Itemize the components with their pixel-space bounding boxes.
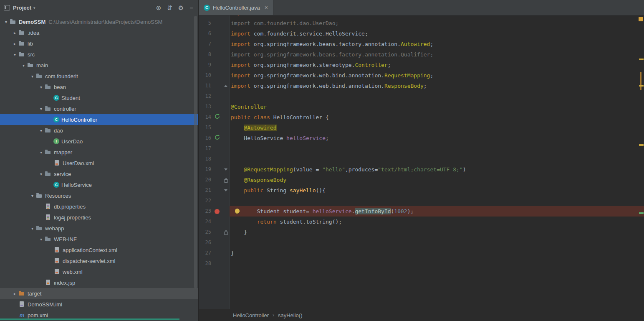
- code-line-19[interactable]: 19 @RequestMapping(value = "hello",produ…: [199, 164, 644, 175]
- tree-expand-arrow-icon[interactable]: ▾: [38, 107, 45, 111]
- gutter[interactable]: 13: [199, 102, 230, 112]
- tree-expand-arrow-icon[interactable]: ▾: [20, 63, 27, 68]
- gutter[interactable]: 7: [199, 39, 230, 49]
- gutter[interactable]: 10: [199, 70, 230, 81]
- gutter[interactable]: 11: [199, 81, 230, 91]
- tree-item-userdao-xml[interactable]: UserDao.xml: [0, 158, 198, 168]
- code-line-26[interactable]: 26: [199, 237, 644, 248]
- hide-panel-button-icon[interactable]: −: [189, 5, 193, 11]
- tree-item-index-jsp[interactable]: index.jsp: [0, 277, 198, 288]
- gutter[interactable]: 8: [199, 49, 230, 60]
- code-line-12[interactable]: 12: [199, 91, 644, 102]
- tree-item-demossm[interactable]: ▾DemoSSMC:\Users\Administrator\IdeaProje…: [0, 16, 198, 27]
- code-line-9[interactable]: 9import org.springframework.stereotype.C…: [199, 60, 644, 70]
- code-line-14[interactable]: 14public class HelloController {: [199, 112, 644, 122]
- line-number[interactable]: 8: [199, 49, 212, 60]
- fold-marker-icon[interactable]: [224, 189, 227, 191]
- breadcrumb-class[interactable]: HelloController: [233, 312, 269, 318]
- code-line-7[interactable]: 7import org.springframework.beans.factor…: [199, 39, 644, 49]
- tree-item-src[interactable]: ▾src: [0, 49, 198, 60]
- gutter[interactable]: 26: [199, 237, 230, 248]
- line-number[interactable]: 14: [199, 112, 212, 122]
- line-number[interactable]: 12: [199, 91, 212, 102]
- fold-marker-icon[interactable]: [224, 85, 227, 87]
- gutter[interactable]: 18: [199, 154, 230, 164]
- gutter[interactable]: 6: [199, 28, 230, 39]
- tree-item-mapper[interactable]: ▾mapper: [0, 147, 198, 158]
- line-number[interactable]: 10: [199, 70, 212, 81]
- gutter[interactable]: 21: [199, 185, 230, 196]
- intention-bulb-icon[interactable]: [235, 209, 240, 213]
- code-line-22[interactable]: 22: [199, 196, 644, 206]
- line-number[interactable]: 22: [199, 196, 212, 206]
- tree-item-log4j-properties[interactable]: log4j.properties: [0, 212, 198, 223]
- code-line-16[interactable]: 16 HelloService helloService;: [199, 133, 644, 143]
- line-number[interactable]: 19: [199, 164, 212, 175]
- line-number[interactable]: 15: [199, 122, 212, 133]
- tree-expand-arrow-icon[interactable]: ▸: [11, 291, 18, 296]
- code-line-8[interactable]: 8import org.springframework.beans.factor…: [199, 49, 644, 60]
- code-line-28[interactable]: 28: [199, 258, 644, 269]
- breakpoint-icon[interactable]: [215, 209, 220, 214]
- line-number[interactable]: 5: [199, 18, 212, 28]
- gutter[interactable]: 27: [199, 248, 230, 258]
- tree-item-student[interactable]: CStudent: [0, 92, 198, 103]
- spring-bean-icon[interactable]: [215, 133, 220, 143]
- code-line-25[interactable]: 25 }: [199, 227, 644, 237]
- tree-item-web-inf[interactable]: ▾WEB-INF: [0, 234, 198, 245]
- fold-marker-icon[interactable]: [224, 179, 228, 183]
- tree-expand-arrow-icon[interactable]: ▾: [38, 128, 45, 133]
- tree-expand-arrow-icon[interactable]: ▾: [29, 74, 36, 79]
- tree-item-main[interactable]: ▾main: [0, 60, 198, 71]
- line-number[interactable]: 26: [199, 237, 212, 248]
- chevron-down-icon[interactable]: ▾: [33, 6, 35, 10]
- code-line-23[interactable]: 23 Student student= helloService.getInfo…: [199, 206, 644, 217]
- tree-item-web-xml[interactable]: web.xml: [0, 266, 198, 277]
- code-line-20[interactable]: 20 @ResponseBody: [199, 175, 644, 185]
- stripe-mark[interactable]: [639, 59, 644, 60]
- tree-item-controller[interactable]: ▾controller: [0, 103, 198, 114]
- tree-item-hellocontroller[interactable]: CHelloController: [0, 114, 198, 125]
- line-number[interactable]: 11: [199, 81, 212, 91]
- tree-item-service[interactable]: ▾service: [0, 168, 198, 179]
- fold-marker-icon[interactable]: [224, 168, 227, 171]
- spring-bean-icon[interactable]: [215, 112, 220, 122]
- line-number[interactable]: 7: [199, 39, 212, 49]
- fold-marker-icon[interactable]: [224, 232, 228, 235]
- stripe-mark[interactable]: [640, 72, 641, 90]
- gutter[interactable]: 15: [199, 122, 230, 133]
- gutter[interactable]: 19: [199, 164, 230, 175]
- line-number[interactable]: 27: [199, 248, 212, 258]
- line-number[interactable]: 20: [199, 175, 212, 185]
- panel-title[interactable]: Project: [13, 5, 31, 11]
- tree-item-webapp[interactable]: ▾webapp: [0, 223, 198, 234]
- code-line-18[interactable]: 18: [199, 154, 644, 164]
- line-number[interactable]: 23: [199, 206, 212, 217]
- tree-expand-arrow-icon[interactable]: ▾: [38, 237, 45, 242]
- stripe-mark[interactable]: [639, 212, 644, 214]
- code-line-15[interactable]: 15 @Autowired: [199, 122, 644, 133]
- tree-item-com-founderit[interactable]: ▾com.founderit: [0, 71, 198, 82]
- tree-expand-arrow-icon[interactable]: ▾: [29, 194, 36, 198]
- tree-expand-arrow-icon[interactable]: ▾: [29, 226, 36, 231]
- tree-expand-arrow-icon[interactable]: ▾: [38, 150, 45, 155]
- gutter[interactable]: 9: [199, 60, 230, 70]
- gutter[interactable]: 22: [199, 196, 230, 206]
- line-number[interactable]: 25: [199, 227, 212, 237]
- code-line-5[interactable]: 5import com.founderit.dao.UserDao;: [199, 18, 644, 28]
- code-line-10[interactable]: 10import org.springframework.web.bind.an…: [199, 70, 644, 81]
- tree-expand-arrow-icon[interactable]: ▸: [11, 31, 18, 35]
- tree-item-lib[interactable]: ▸lib: [0, 38, 198, 49]
- tree-item-demossm-iml[interactable]: DemoSSM.iml: [0, 299, 198, 310]
- line-number[interactable]: 28: [199, 258, 212, 269]
- tree-item-userdao[interactable]: IUserDao: [0, 136, 198, 147]
- tree-expand-arrow-icon[interactable]: ▾: [38, 172, 45, 176]
- tree-item--idea[interactable]: ▸.idea: [0, 27, 198, 38]
- gutter[interactable]: 17: [199, 143, 230, 154]
- line-number[interactable]: 24: [199, 217, 212, 227]
- tab-hellocontroller-java[interactable]: C HelloController.java ×: [199, 0, 273, 15]
- line-number[interactable]: 6: [199, 28, 212, 39]
- gutter[interactable]: 25: [199, 227, 230, 237]
- line-number[interactable]: 9: [199, 60, 212, 70]
- tree-item-dispatcher-servlet-xml[interactable]: dispatcher-servlet.xml: [0, 255, 198, 266]
